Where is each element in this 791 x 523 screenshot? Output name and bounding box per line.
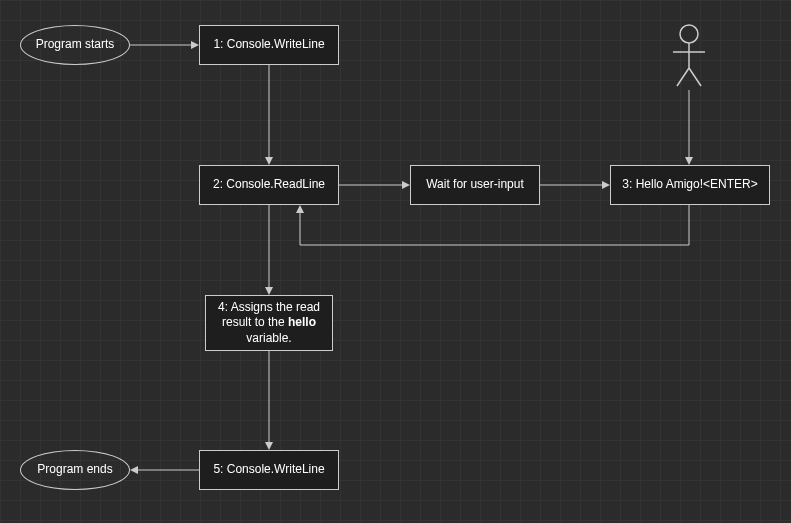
step4-node: 4: Assigns the read result to the hello …: [205, 295, 333, 351]
step2-label: 2: Console.ReadLine: [213, 177, 325, 193]
step1-node: 1: Console.WriteLine: [199, 25, 339, 65]
step4-label: 4: Assigns the read result to the hello …: [216, 300, 322, 347]
svg-marker-14: [685, 157, 693, 165]
svg-line-4: [689, 68, 701, 86]
svg-marker-8: [265, 157, 273, 165]
wait-node: Wait for user-input: [410, 165, 540, 205]
svg-line-3: [677, 68, 689, 86]
step3-label: 3: Hello Amigo!<ENTER>: [622, 177, 757, 193]
wait-label: Wait for user-input: [426, 177, 524, 193]
diagram-arrows: [0, 0, 791, 523]
end-node: Program ends: [20, 450, 130, 490]
step1-label: 1: Console.WriteLine: [213, 37, 324, 53]
step2-node: 2: Console.ReadLine: [199, 165, 339, 205]
start-label: Program starts: [36, 37, 115, 53]
actor-icon: [673, 25, 705, 86]
svg-marker-17: [265, 287, 273, 295]
svg-marker-21: [130, 466, 138, 474]
start-node: Program starts: [20, 25, 130, 65]
svg-point-0: [680, 25, 698, 43]
svg-marker-10: [402, 181, 410, 189]
svg-marker-19: [265, 442, 273, 450]
step3-node: 3: Hello Amigo!<ENTER>: [610, 165, 770, 205]
step5-label: 5: Console.WriteLine: [213, 462, 324, 478]
step5-node: 5: Console.WriteLine: [199, 450, 339, 490]
svg-marker-12: [602, 181, 610, 189]
svg-marker-6: [191, 41, 199, 49]
svg-marker-15: [296, 205, 304, 213]
end-label: Program ends: [37, 462, 112, 478]
